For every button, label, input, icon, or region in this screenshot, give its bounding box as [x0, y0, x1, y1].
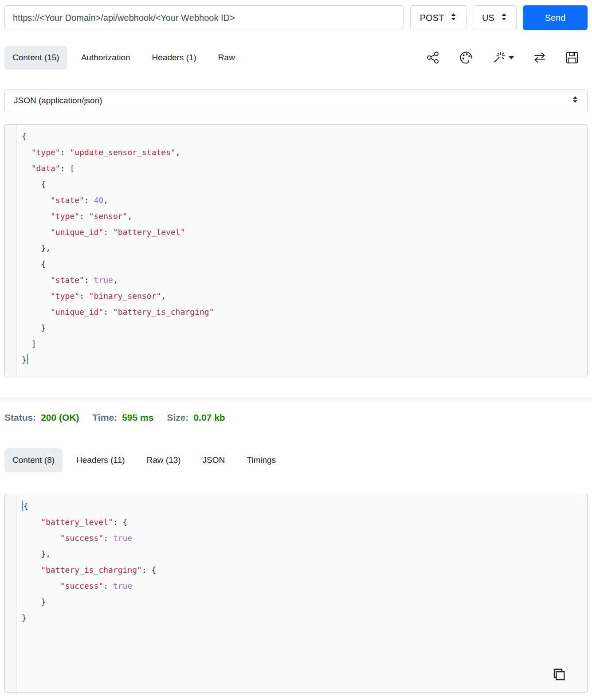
- tab-request-authorization[interactable]: Authorization: [73, 46, 138, 70]
- tab-response-json[interactable]: JSON: [195, 448, 233, 472]
- updown-arrows-icon: [501, 12, 507, 23]
- updown-arrows-icon: [450, 12, 457, 23]
- caret-down-icon: [509, 56, 514, 60]
- request-body-code[interactable]: { "type": "update_sensor_states", "data"…: [5, 125, 587, 372]
- method-select[interactable]: POST: [410, 5, 467, 30]
- tab-request-raw[interactable]: Raw: [210, 46, 243, 70]
- save-request-button[interactable]: [565, 51, 579, 64]
- url-input[interactable]: [4, 5, 404, 30]
- save-icon: [565, 51, 579, 64]
- updown-arrows-icon: [572, 95, 578, 106]
- magic-wand-icon: [493, 51, 506, 64]
- swap-request-button[interactable]: [533, 52, 546, 63]
- method-select-value: POST: [420, 13, 444, 23]
- response-tabs-row: Content (8) Headers (11) Raw (13) JSON T…: [4, 448, 588, 472]
- send-button[interactable]: Send: [523, 5, 588, 30]
- request-toolbar: [426, 51, 588, 65]
- region-select[interactable]: US: [473, 5, 517, 30]
- beautify-menu-button[interactable]: [493, 51, 514, 64]
- body-type-select-value: JSON (application/json): [14, 96, 102, 106]
- size-value: 0.07 kb: [193, 412, 225, 423]
- response-summary: Status: 200 (OK) Time: 595 ms Size: 0.07…: [4, 412, 588, 423]
- section-divider: [0, 398, 592, 399]
- palette-icon: [459, 51, 473, 65]
- response-body-viewer[interactable]: { "battery_level": { "success": true }, …: [4, 494, 588, 693]
- tab-request-headers[interactable]: Headers (1): [144, 46, 204, 70]
- response-body-code[interactable]: { "battery_level": { "success": true }, …: [5, 494, 587, 630]
- copy-icon: [550, 677, 566, 684]
- tab-response-raw[interactable]: Raw (13): [139, 448, 189, 472]
- tab-response-content[interactable]: Content (8): [4, 448, 63, 472]
- tab-response-timings[interactable]: Timings: [239, 448, 284, 472]
- copy-response-button[interactable]: [550, 667, 566, 683]
- swap-arrows-icon: [533, 52, 546, 63]
- request-bar: POST US Send: [4, 5, 588, 30]
- size-label: Size:: [167, 412, 188, 423]
- tab-request-content[interactable]: Content (15): [4, 46, 67, 70]
- request-body-editor[interactable]: { "type": "update_sensor_states", "data"…: [4, 124, 588, 376]
- request-tabs-row: Content (15) Authorization Headers (1) R…: [4, 46, 588, 70]
- tab-response-headers[interactable]: Headers (11): [68, 448, 133, 472]
- theme-button[interactable]: [459, 51, 473, 65]
- time-label: Time:: [93, 412, 118, 423]
- region-select-value: US: [482, 13, 494, 23]
- body-type-select[interactable]: JSON (application/json): [4, 89, 588, 112]
- share-icon: [426, 51, 439, 64]
- time-value: 595 ms: [122, 412, 153, 423]
- status-value: 200 (OK): [41, 412, 79, 423]
- status-label: Status:: [4, 412, 36, 423]
- share-button[interactable]: [426, 51, 439, 64]
